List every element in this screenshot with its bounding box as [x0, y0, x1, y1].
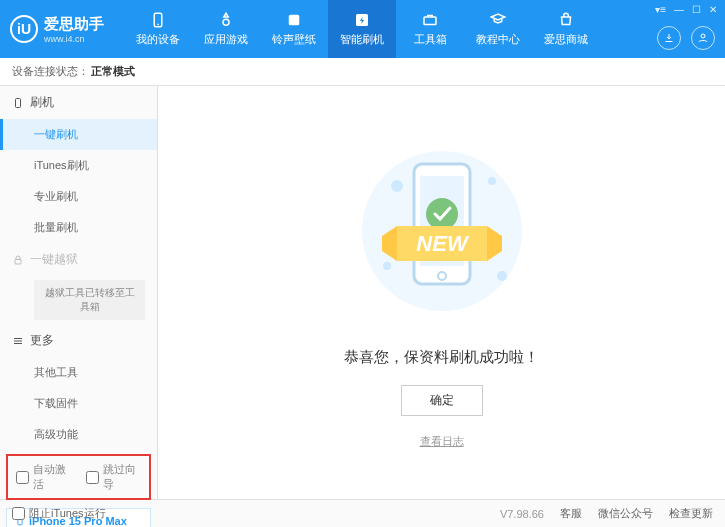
skip-guide-checkbox[interactable]: 跳过向导: [86, 462, 142, 492]
footer-link-update[interactable]: 检查更新: [669, 506, 713, 521]
app-url: www.i4.cn: [44, 34, 104, 44]
svg-point-21: [426, 198, 458, 230]
phone-icon: [12, 97, 24, 109]
sidebar: 刷机 一键刷机 iTunes刷机 专业刷机 批量刷机 一键越狱 越狱工具已转移至…: [0, 86, 158, 499]
download-button[interactable]: [657, 26, 681, 50]
toolbox-icon: [421, 11, 439, 29]
sidebar-group-title: 更多: [30, 332, 54, 349]
jailbreak-note: 越狱工具已转移至工具箱: [34, 280, 145, 320]
device-icon: [149, 11, 167, 29]
sidebar-item-itunes[interactable]: iTunes刷机: [0, 150, 157, 181]
menu-icon[interactable]: ▾≡: [655, 4, 666, 15]
auto-activate-input[interactable]: [16, 471, 29, 484]
status-label: 设备连接状态：: [12, 64, 89, 79]
app-header: iU 爱思助手 www.i4.cn 我的设备 应用游戏 铃声壁纸 智能刷机 工具…: [0, 0, 725, 58]
sidebar-group-more[interactable]: 更多: [0, 324, 157, 357]
sidebar-item-advanced[interactable]: 高级功能: [0, 419, 157, 450]
svg-point-17: [383, 262, 391, 270]
sidebar-item-batch[interactable]: 批量刷机: [0, 212, 157, 243]
main-content: NEW 恭喜您，保资料刷机成功啦！ 确定 查看日志: [158, 86, 725, 499]
options-highlight-box: 自动激活 跳过向导: [6, 454, 151, 500]
footer-link-wechat[interactable]: 微信公众号: [598, 506, 653, 521]
checkbox-label: 跳过向导: [103, 462, 142, 492]
sidebar-item-oneclick[interactable]: 一键刷机: [0, 119, 157, 150]
sidebar-item-other-tools[interactable]: 其他工具: [0, 357, 157, 388]
sidebar-group-flash[interactable]: 刷机: [0, 86, 157, 119]
nav-toolbox[interactable]: 工具箱: [396, 0, 464, 58]
status-value: 正常模式: [91, 64, 135, 79]
auto-activate-checkbox[interactable]: 自动激活: [16, 462, 72, 492]
nav-label: 铃声壁纸: [272, 32, 316, 47]
view-log-link[interactable]: 查看日志: [420, 434, 464, 449]
nav-label: 我的设备: [136, 32, 180, 47]
status-bar: 设备连接状态： 正常模式: [0, 58, 725, 86]
checkbox-label: 阻止iTunes运行: [29, 506, 106, 521]
skip-guide-input[interactable]: [86, 471, 99, 484]
apps-icon: [217, 11, 235, 29]
logo-icon: iU: [10, 15, 38, 43]
logo-area: iU 爱思助手 www.i4.cn: [10, 15, 104, 44]
svg-point-6: [701, 34, 705, 38]
store-icon: [557, 11, 575, 29]
sidebar-item-pro[interactable]: 专业刷机: [0, 181, 157, 212]
minimize-icon[interactable]: —: [674, 4, 684, 15]
success-illustration: NEW: [352, 136, 532, 326]
success-message: 恭喜您，保资料刷机成功啦！: [344, 348, 539, 367]
version-label: V7.98.66: [500, 508, 544, 520]
nav-apps[interactable]: 应用游戏: [192, 0, 260, 58]
user-button[interactable]: [691, 26, 715, 50]
svg-rect-7: [16, 98, 21, 107]
nav-label: 应用游戏: [204, 32, 248, 47]
nav-store[interactable]: 爱思商城: [532, 0, 600, 58]
footer-link-support[interactable]: 客服: [560, 506, 582, 521]
svg-rect-3: [289, 15, 300, 26]
nav-label: 工具箱: [414, 32, 447, 47]
app-name: 爱思助手: [44, 15, 104, 34]
svg-rect-8: [15, 259, 21, 264]
nav-flash[interactable]: 智能刷机: [328, 0, 396, 58]
svg-rect-5: [424, 17, 436, 25]
close-icon[interactable]: ✕: [709, 4, 717, 15]
sidebar-group-title: 一键越狱: [30, 251, 78, 268]
sidebar-group-jailbreak: 一键越狱: [0, 243, 157, 276]
nav-label: 爱思商城: [544, 32, 588, 47]
ribbon-text: NEW: [416, 231, 470, 256]
svg-point-2: [223, 19, 229, 25]
flash-icon: [353, 11, 371, 29]
sidebar-item-download-fw[interactable]: 下载固件: [0, 388, 157, 419]
maximize-icon[interactable]: ☐: [692, 4, 701, 15]
nav-my-device[interactable]: 我的设备: [124, 0, 192, 58]
main-nav: 我的设备 应用游戏 铃声壁纸 智能刷机 工具箱 教程中心 爱思商城: [124, 0, 600, 58]
nav-label: 教程中心: [476, 32, 520, 47]
block-itunes-input[interactable]: [12, 507, 25, 520]
sidebar-group-title: 刷机: [30, 94, 54, 111]
nav-tutorial[interactable]: 教程中心: [464, 0, 532, 58]
ok-button[interactable]: 确定: [401, 385, 483, 416]
block-itunes-checkbox[interactable]: 阻止iTunes运行: [12, 506, 106, 521]
nav-ringtone[interactable]: 铃声壁纸: [260, 0, 328, 58]
ringtone-icon: [285, 11, 303, 29]
window-controls: ▾≡ — ☐ ✕: [655, 4, 717, 15]
lock-icon: [12, 254, 24, 266]
checkbox-label: 自动激活: [33, 462, 72, 492]
more-icon: [12, 335, 24, 347]
tutorial-icon: [489, 11, 507, 29]
svg-point-15: [488, 177, 496, 185]
nav-label: 智能刷机: [340, 32, 384, 47]
svg-point-14: [391, 180, 403, 192]
svg-point-16: [497, 271, 507, 281]
